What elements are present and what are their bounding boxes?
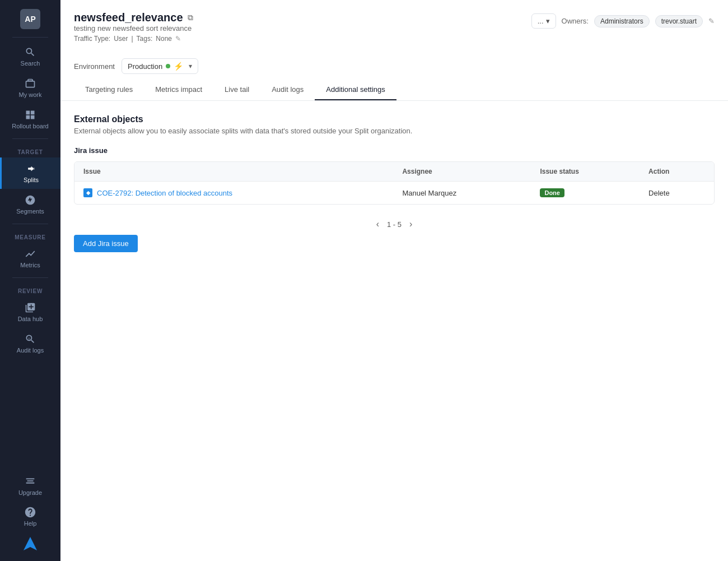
tab-live-tail[interactable]: Live tail: [213, 80, 260, 100]
environment-bar: Environment Production ⚡ ▾: [74, 53, 715, 74]
more-options-chevron: ▾: [546, 17, 550, 25]
sidebar-item-help-label: Help: [24, 520, 37, 527]
sidebar-item-my-work[interactable]: My work: [0, 72, 60, 104]
tabs-bar: Targeting rules Metrics impact Live tail…: [74, 80, 715, 100]
environment-selector[interactable]: Production ⚡ ▾: [122, 58, 198, 74]
col-issue: Issue: [74, 162, 393, 182]
env-warning-icon: ⚡: [174, 62, 183, 71]
env-name: Production: [128, 62, 162, 71]
brand-logo-icon: [21, 535, 39, 553]
segments-icon: [25, 194, 36, 206]
sidebar-item-metrics[interactable]: Metrics: [0, 243, 60, 274]
col-action: Action: [640, 162, 714, 182]
status-cell: Done: [531, 182, 640, 205]
splits-icon: [26, 163, 37, 174]
divider-top: [12, 37, 49, 38]
divider-target: [12, 138, 49, 139]
tab-targeting-rules[interactable]: Targeting rules: [74, 80, 144, 100]
sidebar-item-rollout-board[interactable]: Rollout board: [0, 104, 60, 135]
traffic-type-label: Traffic Type:: [74, 35, 110, 43]
action-cell: Delete: [640, 182, 714, 205]
sidebar-item-data-hub-label: Data hub: [18, 316, 43, 322]
divider-review: [12, 277, 49, 278]
copy-icon[interactable]: ⧉: [188, 13, 193, 22]
subtitle: testing new newsfeed sort relevance: [74, 24, 193, 33]
more-options-button[interactable]: ... ▾: [531, 13, 556, 29]
tags-value: None: [156, 35, 172, 43]
main-panel: External objects External objects allow …: [60, 101, 728, 561]
jira-issues-table-wrap: Issue Assignee Issue status Action ◆ COE…: [74, 161, 715, 205]
tab-audit-logs[interactable]: Audit logs: [260, 80, 315, 100]
owner-user-badge[interactable]: trevor.stuart: [655, 15, 703, 27]
sidebar-item-help[interactable]: Help: [0, 502, 60, 531]
page-title: newsfeed_relevance: [74, 11, 183, 24]
pagination-info: 1 - 5: [387, 220, 402, 229]
header-meta: Traffic Type: User | Tags: None ✎: [74, 35, 193, 43]
delete-button[interactable]: Delete: [648, 189, 670, 197]
tab-additional-settings[interactable]: Additional settings: [315, 80, 396, 100]
sidebar-item-splits-label: Splits: [24, 177, 39, 183]
avatar: AP: [20, 9, 40, 29]
sidebar-item-my-work-label: My work: [19, 91, 42, 98]
external-objects-desc: External objects allow you to easily ass…: [74, 127, 715, 135]
table-row: ◆ COE-2792: Detection of blocked account…: [74, 182, 714, 205]
edit-tags-icon[interactable]: ✎: [175, 35, 181, 43]
page-header: newsfeed_relevance ⧉ testing new newsfee…: [60, 0, 728, 101]
owner-administrators-badge[interactable]: Administrators: [594, 15, 650, 27]
env-chevron-icon: ▾: [189, 62, 192, 70]
briefcase-icon: [25, 78, 36, 89]
assignee-cell: Manuel Marquez: [393, 182, 531, 205]
data-hub-icon: [25, 302, 36, 313]
owners-label: Owners:: [562, 17, 589, 25]
main-content: newsfeed_relevance ⧉ testing new newsfee…: [60, 0, 728, 561]
table-header-row: Issue Assignee Issue status Action: [74, 162, 714, 182]
sidebar-item-splits[interactable]: Splits: [0, 157, 60, 189]
external-objects-title: External objects: [74, 114, 715, 124]
sidebar-item-search[interactable]: Search: [0, 41, 60, 72]
sidebar-item-segments-label: Segments: [16, 208, 44, 215]
pagination: ‹ 1 - 5 ›: [74, 214, 715, 235]
sidebar-item-segments[interactable]: Segments: [0, 189, 60, 220]
sidebar-item-search-label: Search: [21, 60, 40, 67]
col-status: Issue status: [531, 162, 640, 182]
issue-cell: ◆ COE-2792: Detection of blocked account…: [74, 182, 393, 205]
jira-issues-table: Issue Assignee Issue status Action ◆ COE…: [74, 162, 714, 204]
tags-label: Tags:: [137, 35, 153, 43]
header-left: newsfeed_relevance ⧉ testing new newsfee…: [74, 11, 193, 49]
sidebar-item-upgrade-label: Upgrade: [18, 489, 42, 496]
divider-measure: [12, 224, 49, 224]
grid-icon: [25, 109, 36, 120]
help-icon: [24, 506, 36, 518]
sidebar-item-rollout-board-label: Rollout board: [12, 123, 48, 129]
tab-metrics-impact[interactable]: Metrics impact: [144, 80, 213, 100]
sidebar-item-audit-logs-label: Audit logs: [17, 347, 44, 354]
meta-separator: |: [131, 35, 133, 43]
add-jira-issue-button[interactable]: Add Jira issue: [74, 235, 138, 252]
jira-issue-link[interactable]: COE-2792: Detection of blocked accounts: [97, 189, 232, 197]
environment-label: Environment: [74, 62, 115, 71]
target-section-label: TARGET: [17, 142, 43, 157]
audit-logs-icon: [25, 333, 36, 345]
status-badge: Done: [540, 188, 564, 197]
jira-icon: ◆: [83, 188, 92, 197]
col-assignee: Assignee: [393, 162, 531, 182]
sidebar-item-data-hub[interactable]: Data hub: [0, 296, 60, 328]
upgrade-icon: [24, 475, 36, 488]
jira-issue-subtitle: Jira issue: [74, 146, 715, 155]
traffic-type-value: User: [114, 35, 128, 43]
measure-section-label: MEASURE: [15, 228, 46, 243]
brand-logo: [21, 535, 39, 554]
pagination-prev-button[interactable]: ‹: [373, 218, 382, 230]
title-row: newsfeed_relevance ⧉: [74, 11, 193, 24]
search-icon: [25, 47, 36, 58]
sidebar-item-audit-logs[interactable]: Audit logs: [0, 328, 60, 359]
sidebar-item-upgrade[interactable]: Upgrade: [0, 471, 60, 500]
header-top: newsfeed_relevance ⧉ testing new newsfee…: [74, 11, 715, 49]
sidebar-bottom: Upgrade Help: [0, 471, 60, 561]
metrics-icon: [25, 248, 36, 259]
header-right: ... ▾ Owners: Administrators trevor.stua…: [531, 13, 715, 29]
sidebar: AP Search My work Rollout board TARGET S…: [0, 0, 60, 561]
env-status-dot: [166, 64, 170, 68]
pagination-next-button[interactable]: ›: [406, 218, 416, 230]
edit-owners-icon[interactable]: ✎: [708, 17, 715, 25]
